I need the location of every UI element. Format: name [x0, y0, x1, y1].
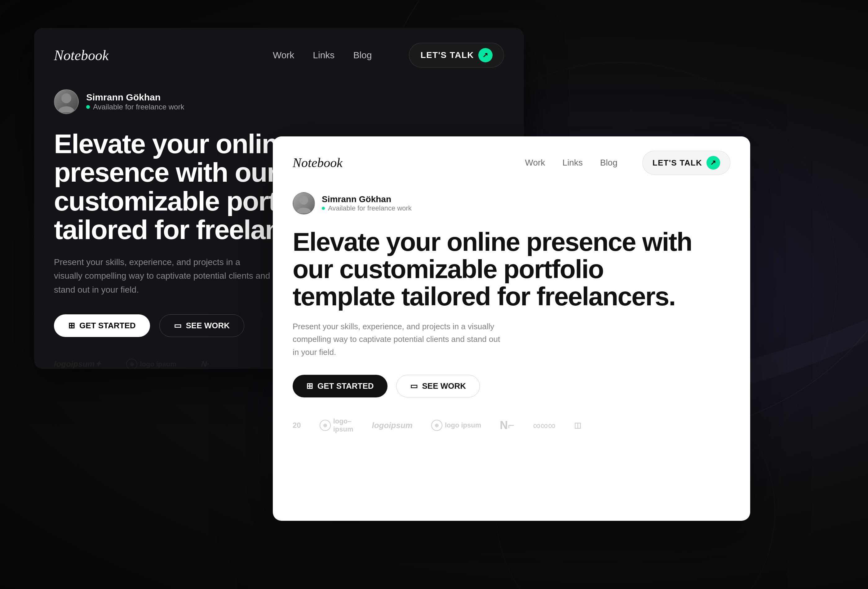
white-card-see-work-label: SEE WORK	[422, 381, 466, 391]
dark-card-profile-row: Simrann Gökhan Available for freelance w…	[54, 89, 504, 114]
dark-card-profile-status: Available for freelance work	[86, 103, 184, 111]
dark-card-hero-subtitle: Present your skills, experience, and pro…	[54, 255, 271, 297]
see-work-label: SEE WORK	[186, 321, 230, 331]
white-card-circle-icon: ⊕	[320, 420, 331, 431]
white-card-hero-title: Elevate your online presence with our cu…	[293, 228, 696, 310]
status-indicator-icon	[86, 105, 90, 109]
white-card-logos-row: 20 ⊕ logo–ipsum logoipsum ⊕ logo ipsum N…	[273, 397, 750, 433]
dark-card-logo-1: logoipsum✦	[54, 359, 101, 369]
white-card-profile-row: Simrann Gökhan Available for freelance w…	[293, 192, 730, 214]
white-card-status-text: Available for freelance work	[328, 204, 412, 213]
svg-point-0	[61, 93, 71, 103]
white-card-profile-name: Simrann Gökhan	[322, 194, 412, 204]
white-card-logo-0: 20	[293, 421, 301, 430]
dark-card-nav-work[interactable]: Work	[273, 50, 294, 61]
white-card-nav-links-item[interactable]: Links	[562, 158, 583, 168]
white-card-logo-1: ⊕ logo–ipsum	[320, 417, 353, 433]
white-card-nav: Notebook Work Links Blog LET'S TALK ↗	[273, 136, 750, 175]
dark-card-logo-2: ⊕ logo ipsum	[126, 359, 176, 369]
svg-point-1	[58, 106, 74, 112]
white-card-status-icon	[322, 207, 325, 210]
dark-card-logo-3: N·	[201, 359, 209, 369]
dark-card-nav-links-item[interactable]: Links	[313, 50, 335, 61]
white-card-get-started-label: GET STARTED	[317, 381, 374, 391]
white-card-logo-2: logoipsum	[372, 421, 413, 430]
dark-card-lets-talk-label: LET'S TALK	[420, 50, 474, 60]
white-card-lets-talk-button[interactable]: LET'S TALK ↗	[642, 151, 730, 175]
white-card-cta-row: ⊞ GET STARTED ▭ SEE WORK	[293, 375, 730, 397]
dark-card-status-text: Available for freelance work	[93, 103, 184, 111]
white-card-logo-6: ◫	[574, 421, 581, 430]
white-card-get-started-button[interactable]: ⊞ GET STARTED	[293, 375, 388, 397]
dark-card-lets-talk-button[interactable]: LET'S TALK ↗	[409, 43, 504, 68]
white-card-logo1-text: logo–ipsum	[333, 417, 353, 433]
dark-card-get-started-button[interactable]: ⊞ GET STARTED	[54, 314, 150, 337]
white-card-hero: Simrann Gökhan Available for freelance w…	[273, 175, 750, 397]
white-card-hero-subtitle: Present your skills, experience, and pro…	[293, 320, 503, 359]
circle-logo-icon: ⊕	[126, 359, 137, 369]
white-card-see-work-button[interactable]: ▭ SEE WORK	[396, 375, 480, 397]
white-card-lets-talk-label: LET'S TALK	[652, 158, 702, 168]
white-card-nav-work[interactable]: Work	[525, 158, 545, 168]
arrow-up-right-icon: ↗	[478, 48, 493, 62]
monitor-icon: ▭	[174, 321, 182, 331]
dark-card-see-work-button[interactable]: ▭ SEE WORK	[159, 314, 245, 337]
white-card-avatar	[293, 192, 315, 214]
white-card-circle2-icon: ⊕	[431, 420, 442, 431]
dark-card-profile-info: Simrann Gökhan Available for freelance w…	[86, 92, 184, 111]
white-card-logo: Notebook	[293, 155, 525, 170]
dark-card-profile-name: Simrann Gökhan	[86, 92, 184, 103]
dark-card-logo: Notebook	[54, 47, 273, 63]
white-card-logo-3: ⊕ logo ipsum	[431, 420, 481, 431]
white-card-profile-info: Simrann Gökhan Available for freelance w…	[322, 194, 412, 213]
white-card-logo-5: ∞∞∞	[533, 419, 555, 431]
white-card-calendar-icon: ⊞	[306, 381, 313, 391]
svg-point-3	[297, 208, 311, 213]
svg-point-2	[300, 196, 308, 205]
dark-card-avatar	[54, 89, 79, 114]
white-card-profile-status: Available for freelance work	[322, 204, 412, 213]
dark-card-nav: Notebook Work Links Blog LET'S TALK ↗	[34, 28, 524, 68]
white-card-arrow-icon: ↗	[707, 156, 720, 170]
calendar-icon: ⊞	[68, 321, 75, 331]
white-card-logo-4: N⌐	[500, 419, 514, 432]
white-card-monitor-icon: ▭	[410, 381, 418, 391]
dark-card-nav-blog[interactable]: Blog	[353, 50, 372, 61]
get-started-label: GET STARTED	[79, 321, 136, 331]
white-card: Notebook Work Links Blog LET'S TALK ↗ Si…	[273, 136, 750, 521]
white-card-nav-blog[interactable]: Blog	[600, 158, 617, 168]
white-card-nav-links: Work Links Blog	[525, 158, 617, 168]
dark-card-nav-links: Work Links Blog	[273, 50, 372, 61]
